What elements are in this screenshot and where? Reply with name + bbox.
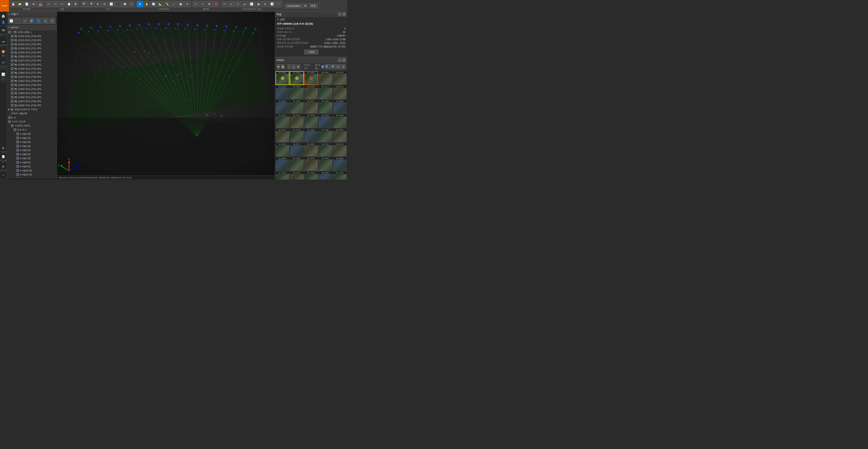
img-thumb-20[interactable]: DJI_0219.J: [276, 129, 289, 143]
mtp-checkbox-5[interactable]: [16, 153, 19, 155]
rail-volume-icon[interactable]: 📦: [0, 49, 6, 55]
img-thumb-32[interactable]: DJI_0149.J: [304, 157, 318, 171]
mtp-checkbox-2[interactable]: [16, 141, 19, 143]
tb-pc3-btn[interactable]: ⬡: [235, 1, 241, 7]
img-thumb-24[interactable]: DJI_0251.J: [333, 129, 347, 143]
tb-settings-btn[interactable]: ⚙: [30, 1, 37, 7]
rail-user-icon[interactable]: 👤: [0, 19, 6, 25]
tie-points-group[interactable]: ▼ 타이 포인트: [7, 120, 57, 124]
tb-nav3-btn[interactable]: 🔄: [150, 1, 157, 7]
img-thumb-2[interactable]: DJI_0260.J: [304, 71, 318, 85]
camera-item-2266[interactable]: 📷 (2266) FDJI_0733.JPG: [7, 95, 57, 99]
camera-item-2256[interactable]: 📷 (2256) FDJI_0723.JPG: [7, 55, 57, 59]
camera-item-2262[interactable]: 📷 (2262) FDJI_0729.JPG: [7, 79, 57, 83]
img-thumb-18[interactable]: DJI_0179.J: [318, 114, 332, 128]
img-thumb-9[interactable]: DJI_0214.J: [333, 86, 347, 99]
tb-pc6-btn[interactable]: ▦: [255, 1, 261, 7]
img-thumb-26[interactable]: DJI_0177.J: [290, 143, 304, 157]
uncalibrated-group[interactable]: ▶ 📷 언칼리브레이트 카메라: [7, 108, 57, 112]
tb-copy-btn[interactable]: 📋: [66, 1, 72, 7]
camera-item-2259[interactable]: 📷 (2259) FDJI_0726.JPG: [7, 67, 57, 71]
tb-view6-btn[interactable]: ⬡: [128, 1, 135, 7]
img-thumb-12[interactable]: DJI_0187.J: [304, 100, 318, 114]
mtp-item-2[interactable]: ⊕ mtp3 (0): [7, 140, 57, 144]
prop-display[interactable]: 속성 표시: [7, 128, 57, 132]
img-thumb-38[interactable]: DJI_0225.J: [318, 172, 332, 180]
camera-item-2265[interactable]: 📷 (2265) FDJI_0732.JPG: [7, 91, 57, 95]
tb-nav2-btn[interactable]: ✋: [144, 1, 150, 7]
make-tool-6[interactable]: ⬡: [49, 18, 55, 24]
tb-nav6-btn[interactable]: ⤢: [170, 1, 177, 7]
mtp-item-8[interactable]: ⊕ mtp9 (0): [7, 164, 57, 169]
checkbox-2256[interactable]: [11, 55, 13, 58]
mtp-checkbox-4[interactable]: [16, 149, 19, 151]
classification-select[interactable]: Unclassified: [285, 4, 307, 8]
checkbox-2268[interactable]: [11, 104, 13, 107]
tb-new-btn[interactable]: 📄: [24, 1, 30, 7]
camera-item-2264[interactable]: 📷 (2264) FDJI_0731.JPG: [7, 87, 57, 91]
img-tool-up[interactable]: ↑: [287, 64, 291, 69]
mtp-checkbox-0[interactable]: [16, 132, 19, 135]
tb-view3-btn[interactable]: ⬜: [108, 1, 114, 7]
tb-view1-btn[interactable]: ⊕: [94, 1, 101, 7]
img-thumb-23[interactable]: DJI_0188.J: [318, 129, 332, 143]
img-tool-triangle[interactable]: △: [292, 64, 296, 69]
rail-raycloud-icon[interactable]: ☁: [0, 38, 6, 44]
cameras-group[interactable]: ▼ 📷 (2251-2268...): [7, 30, 57, 34]
line-item[interactable]: ▶ 선: [7, 116, 57, 120]
checkbox-2265[interactable]: [11, 92, 13, 94]
img-thumb-39[interactable]: DJI_0151.J: [333, 172, 347, 180]
checkbox-2255[interactable]: [11, 51, 13, 54]
rail-index-icon[interactable]: 📊: [0, 71, 6, 77]
camera-item-2252[interactable]: 📷 (2252) FDJI_0719.JPG: [7, 38, 57, 42]
selection-header[interactable]: ▼ 선택: [277, 18, 345, 21]
img-thumb-1[interactable]: DJI_0259.J: [290, 71, 304, 85]
image-panel-close-btn[interactable]: ✕: [342, 58, 346, 62]
camera-item-2258[interactable]: 📷 (2258) FDJI_0725.JPG: [7, 63, 57, 67]
checkbox-2251[interactable]: [11, 35, 13, 37]
tb-nav5-btn[interactable]: 📏: [164, 1, 170, 7]
make-tool-1[interactable]: ⬛: [15, 18, 21, 24]
camera-item-2268[interactable]: 📷 (2268) FDJI_0735.JPG: [7, 103, 57, 108]
scroll-bar-horizontal[interactable]: [7, 178, 57, 180]
tb-clip3-btn[interactable]: ✚: [206, 1, 213, 7]
checkbox-2257[interactable]: [11, 59, 13, 62]
prop-checkbox[interactable]: [13, 128, 16, 131]
layer-section-header[interactable]: ▼ 레이어: [7, 25, 57, 30]
mtp-item-9[interactable]: ⊕ mtp10 (0): [7, 169, 57, 173]
tb-zoom-out-btn[interactable]: 🔎: [88, 1, 94, 7]
img-thumb-15[interactable]: DJI_0183.J: [276, 114, 289, 128]
img-thumb-33[interactable]: DJI_0254.J: [318, 157, 332, 171]
mtp-checkbox-10[interactable]: [16, 173, 19, 176]
camera-item-2255[interactable]: 📷 (2255) FDJI_0722.JPG: [7, 51, 57, 55]
make-section-header[interactable]: ▼ 만들기: [7, 12, 57, 17]
tb-zoom-in-btn[interactable]: 🔍: [81, 1, 87, 7]
img-thumb-4[interactable]: DJI_0215.J: [333, 71, 347, 85]
tb-nav1-btn[interactable]: ✥: [137, 1, 143, 7]
camera-item-2253[interactable]: 📷 (2253) FDJI_0720.JPG: [7, 42, 57, 46]
img-thumb-36[interactable]: DJI_0176.J: [290, 172, 304, 180]
img-fit[interactable]: ⊡: [336, 64, 340, 69]
img-thumb-29[interactable]: DJI_0224.J: [333, 143, 347, 157]
make-tool-0[interactable]: ⬜: [8, 18, 14, 24]
checkbox-2253[interactable]: [11, 43, 13, 46]
image-panel-minus-btn[interactable]: −: [338, 58, 342, 62]
mtp-item-4[interactable]: ⊕ mtp5 (0): [7, 148, 57, 152]
tb-pc4-btn[interactable]: 🖌: [242, 1, 248, 7]
checkbox-2260[interactable]: [11, 71, 13, 74]
tb-export-btn[interactable]: 📤: [37, 1, 43, 7]
mtp-item-6[interactable]: ⊕ mtp7 (0): [7, 156, 57, 160]
camera-item-2251[interactable]: 📷 (2251) FDJI_0718.JPG: [7, 34, 57, 38]
properties-close-btn[interactable]: ✕: [342, 12, 346, 16]
checkbox-2252[interactable]: [11, 39, 13, 41]
camera-item-2260[interactable]: 📷 (2260) FDJI_0727.JPG: [7, 71, 57, 75]
checkbox-2264[interactable]: [11, 88, 13, 90]
tb-pc1-btn[interactable]: ✏: [221, 1, 228, 7]
camera-item-2261[interactable]: 📷 (2261) FDJI_0728.JPG: [7, 75, 57, 79]
img-thumb-21[interactable]: DJI_0178.J: [290, 129, 304, 143]
img-thumb-13[interactable]: DJI_0220.J: [318, 100, 332, 114]
mtp-item-5[interactable]: ⊕ mtp6 (0): [7, 152, 57, 156]
checkbox-2261[interactable]: [11, 76, 13, 78]
mtp-item-0[interactable]: ⊕ mtp1 (0): [7, 132, 57, 136]
img-thumb-8[interactable]: DJI_0217.J: [318, 86, 332, 99]
